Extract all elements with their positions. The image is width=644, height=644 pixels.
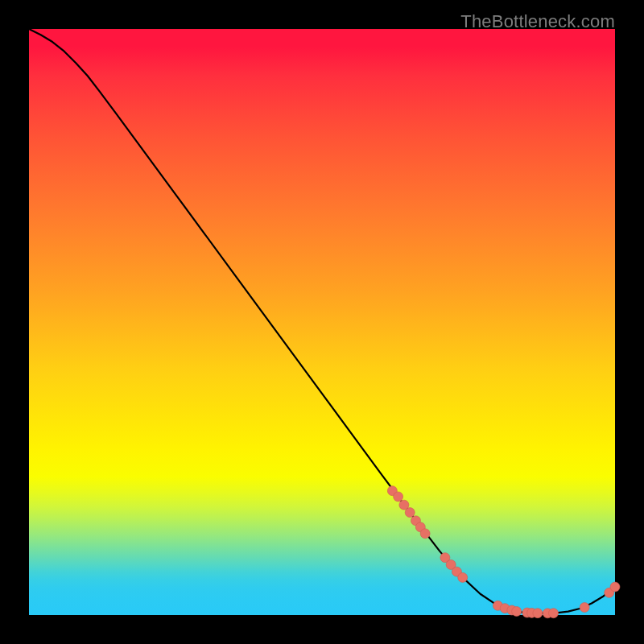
data-point-marker — [405, 508, 415, 518]
marker-group — [387, 486, 620, 618]
data-point-marker — [533, 609, 543, 618]
data-point-marker — [610, 582, 620, 592]
chart-frame: TheBottleneck.com — [0, 0, 644, 644]
data-point-marker — [394, 492, 403, 502]
data-point-marker — [512, 606, 522, 616]
curve-group — [29, 29, 615, 613]
data-point-marker — [458, 572, 468, 582]
chart-overlay-svg — [0, 0, 644, 644]
bottleneck-curve — [29, 29, 615, 613]
data-point-marker — [580, 603, 589, 613]
data-point-marker — [549, 609, 559, 618]
data-point-marker — [420, 529, 430, 539]
